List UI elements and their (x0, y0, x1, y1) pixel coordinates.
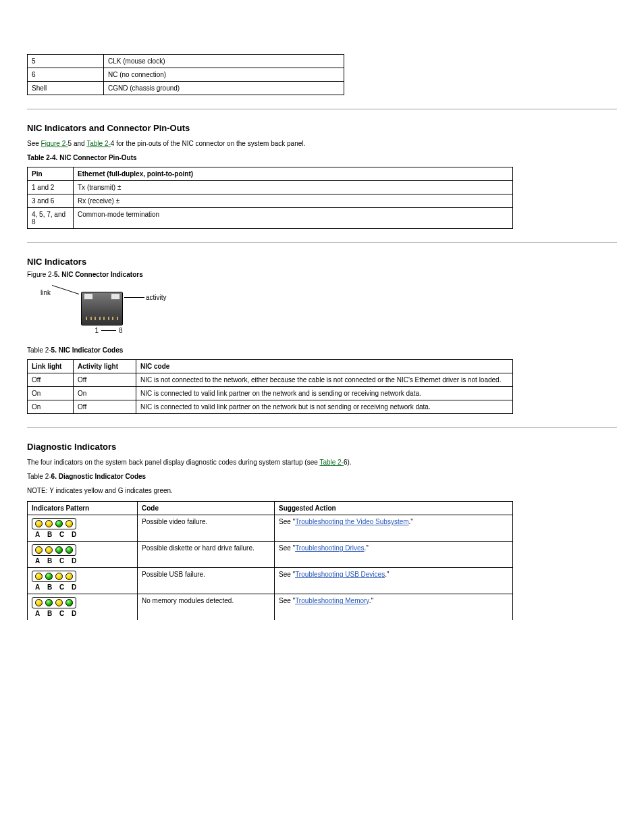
table-cell: Shell (28, 82, 104, 95)
led-labels: ABCD (32, 557, 78, 565)
table-row: ABCDPossible diskette or hard drive fail… (28, 542, 513, 568)
suggested-action-cell: See "Troubleshooting USB Devices." (275, 568, 513, 594)
indicator-pattern-cell: ABCD (28, 568, 138, 594)
text: The four indicators on the system back p… (27, 459, 319, 466)
divider (27, 242, 617, 243)
led-yellow-icon (35, 520, 43, 527)
table-cell: CGND (chassis ground) (104, 82, 344, 95)
led-yellow-icon (65, 520, 73, 527)
section-heading-nic-pinouts: NIC Indicators and Connector Pin-Outs (27, 123, 617, 133)
led-green-icon (45, 573, 53, 580)
indicator-pattern-cell: ABCD (28, 515, 138, 542)
table-cell: NIC is not connected to the network, eit… (136, 373, 513, 387)
suggested-action-cell: See "Troubleshooting the Video Subsystem… (275, 515, 513, 542)
troubleshooting-link[interactable]: Troubleshooting the Video Subsystem (295, 518, 408, 525)
led-yellow-icon (35, 546, 43, 554)
pin-1-label: 1 (95, 327, 99, 334)
table-caption: Table 2-6. Diagnostic Indicator Codes (27, 473, 617, 480)
leader-line-icon (101, 330, 116, 331)
diagnostic-leds-icon (32, 544, 76, 556)
table-cell: On (28, 387, 74, 400)
column-header: Pin (28, 167, 74, 181)
table-cell: Off (28, 373, 74, 387)
column-header: Indicators Pattern (28, 502, 138, 515)
led-green-icon (65, 599, 73, 606)
table-cell: 1 and 2 (28, 181, 74, 194)
text: See (27, 140, 41, 147)
column-header: NIC code (136, 360, 513, 373)
mouse-pinout-table: 5 CLK (mouse clock) 6 NC (no connection)… (27, 54, 344, 95)
nic-pinout-table: Pin Ethernet (full-duplex, point-to-poin… (27, 167, 513, 229)
figure-caption: Figure 2-5. NIC Connector Indicators (27, 271, 617, 278)
nic-activity-label: activity (146, 294, 167, 301)
led-yellow-icon (55, 599, 63, 606)
table-cell: On (74, 387, 136, 400)
table-cell: 5 (28, 55, 104, 68)
table-cell: Off (74, 373, 136, 387)
table-cell: NC (no connection) (104, 68, 344, 82)
section-heading-nic-indicators: NIC Indicators (27, 257, 617, 267)
column-header: Activity light (74, 360, 136, 373)
table-cell: Tx (transmit) ± (74, 181, 513, 194)
indicator-pattern-cell: ABCD (28, 542, 138, 568)
table-cell: 4, 5, 7, and 8 (28, 208, 74, 229)
leader-line-icon (124, 297, 144, 298)
table-cell: Off (74, 400, 136, 414)
link-led-icon (84, 293, 93, 300)
code-cell: Possible diskette or hard drive failure. (138, 542, 275, 568)
diagnostic-leds-icon (32, 518, 76, 529)
table-row: ABCDNo memory modules detected.See "Trou… (28, 594, 513, 621)
nic-link-label: link (41, 289, 51, 296)
pin-8-label: 8 (119, 327, 123, 334)
led-labels: ABCD (32, 531, 78, 538)
table-link[interactable]: Table 2- (86, 140, 111, 147)
table-cell: CLK (mouse clock) (104, 55, 344, 68)
paragraph: See Figure 2-5 and Table 2-4 for the pin… (27, 140, 617, 147)
led-yellow-icon (35, 599, 43, 606)
diagnostic-leds-icon (32, 597, 76, 608)
led-yellow-icon (45, 520, 53, 527)
column-header: Ethernet (full-duplex, point-to-point) (74, 167, 513, 181)
led-labels: ABCD (32, 610, 78, 617)
nic-connector-figure: link activity 1 8 (41, 285, 189, 334)
troubleshooting-link[interactable]: Troubleshooting Drives (295, 544, 364, 552)
code-cell: Possible video failure. (138, 515, 275, 542)
led-labels: ABCD (32, 583, 78, 591)
leader-line-icon (51, 285, 81, 292)
led-yellow-icon (35, 573, 43, 580)
rj45-connector-icon (81, 292, 123, 325)
table-cell: Common-mode termination (74, 208, 513, 229)
column-header: Link light (28, 360, 74, 373)
troubleshooting-link[interactable]: Troubleshooting Memory (295, 597, 369, 604)
led-green-icon (65, 546, 73, 554)
table-cell: Rx (receive) ± (74, 194, 513, 208)
code-cell: Possible USB failure. (138, 568, 275, 594)
table-cell: NIC is connected to valid link partner o… (136, 400, 513, 414)
figure-link[interactable]: Figure 2- (41, 140, 68, 147)
table-row: ABCDPossible video failure.See "Troubles… (28, 515, 513, 542)
suggested-action-cell: See "Troubleshooting Drives." (275, 542, 513, 568)
text: 5 and (68, 140, 87, 147)
table-link[interactable]: Table 2- (319, 459, 344, 466)
troubleshooting-link[interactable]: Troubleshooting USB Devices (295, 571, 385, 578)
nic-indicator-codes-table: Link light Activity light NIC code Off O… (27, 359, 513, 414)
section-heading-diagnostic-indicators: Diagnostic Indicators (27, 442, 617, 452)
table-row: ABCDPossible USB failure.See "Troublesho… (28, 568, 513, 594)
activity-led-icon (111, 293, 120, 300)
diagnostic-leds-icon (32, 571, 76, 582)
text: 6). (344, 459, 352, 466)
code-cell: No memory modules detected. (138, 594, 275, 621)
table-caption: Table 2-5. NIC Indicator Codes (27, 346, 617, 354)
table-cell: 3 and 6 (28, 194, 74, 208)
diagnostic-codes-table: Indicators Pattern Code Suggested Action… (27, 501, 513, 620)
table-cell: NIC is connected to valid link partner o… (136, 387, 513, 400)
indicator-pattern-cell: ABCD (28, 594, 138, 621)
table-caption: Table 2-4. NIC Connector Pin-Outs (27, 154, 617, 161)
suggested-action-cell: See "Troubleshooting Memory." (275, 594, 513, 621)
divider (27, 109, 617, 109)
led-green-icon (55, 546, 63, 554)
table-cell: On (28, 400, 74, 414)
led-green-icon (55, 520, 63, 527)
paragraph: The four indicators on the system back p… (27, 459, 617, 466)
divider (27, 427, 617, 428)
